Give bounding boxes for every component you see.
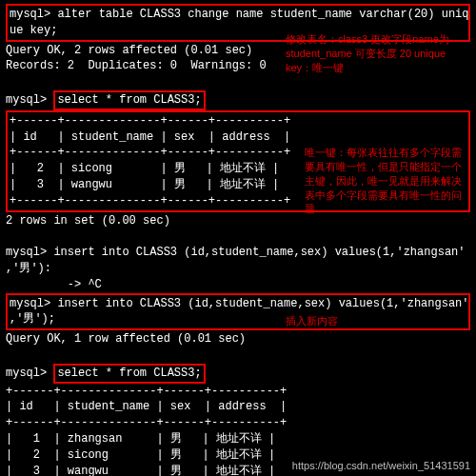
ctrl-c: -> ^C bbox=[6, 277, 470, 293]
table-sep: +------+--------------+------+----------… bbox=[6, 384, 470, 400]
highlight-select-1: select * from CLASS3; bbox=[53, 90, 205, 110]
sql-select-1: select * from CLASS3; bbox=[57, 93, 201, 107]
blank bbox=[6, 347, 470, 364]
sql-select-2: select * from CLASS3; bbox=[57, 367, 201, 380]
table-sep: +------+--------------+------+----------… bbox=[10, 113, 466, 129]
table-header: | id | student_name | sex | address | bbox=[10, 129, 466, 146]
table-row: | 1 | zhangsan | 男 | 地址不详 | bbox=[6, 431, 470, 447]
query-ok-2: Query OK, 1 row affected (0.01 sec) bbox=[6, 331, 470, 347]
annotation-alter: 修改表名：class3 更改字段name为 student_name 可变长度 … bbox=[286, 32, 466, 75]
prompt[interactable]: mysql> bbox=[10, 297, 50, 310]
prompt[interactable]: mysql> bbox=[6, 93, 47, 107]
watermark: https://blog.csdn.net/weixin_51431591 bbox=[292, 459, 470, 473]
annotation-unique-key: 唯一键：每张表往往有多个字段需要具有唯一性，但是只能指定一个主键，因此，唯一见就… bbox=[305, 146, 471, 216]
annotation-insert: 插入新内容 bbox=[286, 314, 400, 328]
sql-insert-err: mysql> insert into CLASS3 (id,student_na… bbox=[6, 245, 470, 261]
highlight-insert: mysql> insert into CLASS3 (id,student_na… bbox=[6, 293, 470, 331]
prompt[interactable]: mysql> bbox=[10, 8, 50, 21]
highlight-select-2: select * from CLASS3; bbox=[53, 364, 205, 384]
table-header: | id | student_name | sex | address | bbox=[6, 399, 470, 415]
sql-insert: insert into CLASS3 (id,student_name,sex)… bbox=[57, 297, 468, 310]
sql-insert-err-cont: ,'男'): bbox=[6, 261, 470, 277]
table-sep: +------+--------------+------+----------… bbox=[6, 415, 470, 431]
prompt[interactable]: mysql> bbox=[6, 367, 47, 380]
blank bbox=[6, 228, 470, 245]
sql-alter: alter table CLASS3 change name student_n… bbox=[57, 8, 468, 21]
blank bbox=[6, 74, 470, 90]
